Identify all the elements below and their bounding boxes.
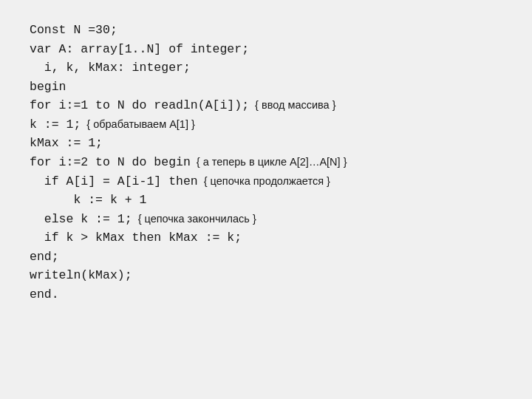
code-comment: { а теперь в цикле A[2]…A[N] }	[197, 154, 347, 170]
code-line: k := k + 1	[30, 191, 502, 210]
code-comment: { цепочка закончилась }	[138, 211, 256, 227]
code-text: for i:=2 to N do begin	[30, 153, 191, 172]
code-text: k := k + 1	[30, 191, 146, 210]
code-line: for i:=2 to N do begin{ а теперь в цикле…	[30, 153, 502, 172]
code-line: kMax := 1;	[30, 134, 502, 153]
code-line: k := 1;{ обрабатываем A[1] }	[30, 115, 502, 134]
code-text: writeln(kMax);	[30, 266, 132, 285]
code-line: i, k, kMax: integer;	[30, 58, 502, 78]
code-text: var A: array[1..N] of integer;	[30, 40, 249, 59]
code-comment: { ввод массива }	[255, 97, 335, 113]
code-text: Const N =30;	[30, 21, 117, 40]
code-line: else k := 1;{ цепочка закончилась }	[30, 210, 502, 229]
code-text: begin	[30, 78, 66, 97]
code-text: else k := 1;	[30, 210, 132, 229]
code-line: for i:=1 to N do readln(A[i]);{ ввод мас…	[30, 96, 502, 115]
code-text: if A[i] = A[i-1] then	[30, 172, 198, 191]
code-container: Const N =30;var A: array[1..N] of intege…	[0, 0, 532, 399]
code-line: Const N =30;	[30, 21, 502, 40]
code-text: kMax := 1;	[30, 134, 103, 153]
code-line: if A[i] = A[i-1] then{ цепочка продолжае…	[30, 172, 502, 191]
code-text: i, k, kMax: integer;	[30, 58, 191, 78]
code-line: if k > kMax then kMax := k;	[30, 228, 502, 248]
code-text: if k > kMax then kMax := k;	[30, 228, 242, 248]
code-line: end.	[30, 285, 502, 304]
code-line: end;	[30, 248, 502, 267]
code-comment: { цепочка продолжается }	[204, 173, 330, 189]
code-line: begin	[30, 78, 502, 97]
code-text: for i:=1 to N do readln(A[i]);	[30, 96, 249, 115]
code-text: k := 1;	[30, 115, 81, 134]
code-line: var A: array[1..N] of integer;	[30, 40, 502, 59]
code-line: writeln(kMax);	[30, 266, 502, 285]
code-text: end.	[30, 285, 59, 304]
code-comment: { обрабатываем A[1] }	[86, 116, 194, 132]
code-text: end;	[30, 248, 59, 267]
